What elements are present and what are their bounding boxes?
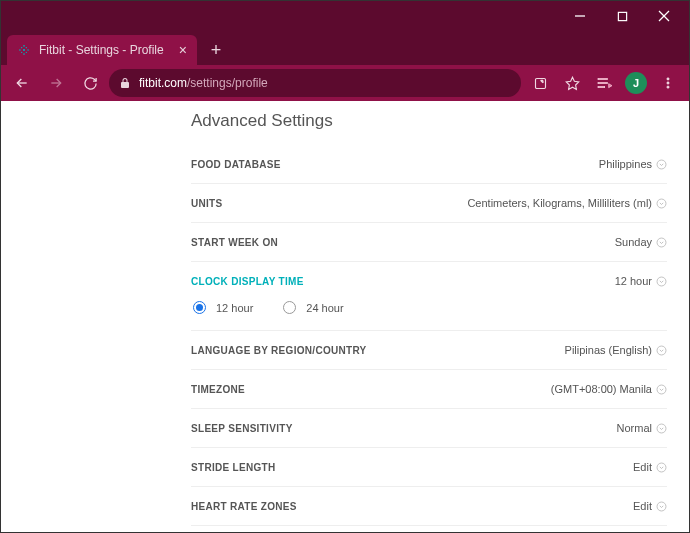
svg-point-19 <box>667 82 669 84</box>
svg-point-18 <box>667 78 669 80</box>
chevron-down-icon <box>656 423 667 434</box>
row-value: Edit <box>633 500 667 512</box>
svg-point-29 <box>657 502 666 511</box>
row-timezone[interactable]: TIMEZONE (GMT+08:00) Manila <box>191 370 667 409</box>
svg-point-6 <box>23 49 25 51</box>
browser-toolbar: fitbit.com/settings/profile J <box>1 65 689 101</box>
address-bar[interactable]: fitbit.com/settings/profile <box>109 69 521 97</box>
radio-dot-icon <box>283 301 296 314</box>
url-text: fitbit.com/settings/profile <box>139 76 268 90</box>
menu-icon[interactable] <box>653 68 683 98</box>
back-button[interactable] <box>7 68 37 98</box>
row-label: HEART RATE ZONES <box>191 501 297 512</box>
row-heart-rate-zones[interactable]: HEART RATE ZONES Edit <box>191 487 667 526</box>
radio-24-hour[interactable]: 24 hour <box>283 301 343 314</box>
svg-point-4 <box>19 49 21 51</box>
chevron-down-icon <box>656 198 667 209</box>
row-clock-display[interactable]: CLOCK DISPLAY TIME 12 hour 12 hour 24 ho… <box>191 262 667 331</box>
tab-close-icon[interactable]: × <box>179 42 187 58</box>
row-value: Pilipinas (English) <box>565 344 667 356</box>
chevron-down-icon <box>656 276 667 287</box>
row-label: LANGUAGE BY REGION/COUNTRY <box>191 345 367 356</box>
fitbit-favicon-icon <box>17 43 31 57</box>
svg-rect-15 <box>598 82 607 83</box>
svg-point-8 <box>27 49 29 51</box>
svg-point-22 <box>657 199 666 208</box>
row-value: Normal <box>617 422 667 434</box>
row-food-database[interactable]: FOOD DATABASE Philippines <box>191 145 667 184</box>
svg-point-28 <box>657 463 666 472</box>
radio-12-hour[interactable]: 12 hour <box>193 301 253 314</box>
row-label: SLEEP SENSITIVITY <box>191 423 293 434</box>
svg-rect-16 <box>598 86 605 87</box>
window-titlebar <box>1 1 689 31</box>
profile-avatar[interactable]: J <box>621 68 651 98</box>
row-label: START WEEK ON <box>191 237 278 248</box>
chevron-down-icon <box>656 501 667 512</box>
row-value: Edit <box>633 461 667 473</box>
window-minimize-button[interactable] <box>559 1 601 31</box>
bookmark-icon[interactable] <box>557 68 587 98</box>
row-value: Sunday <box>615 236 667 248</box>
row-label: FOOD DATABASE <box>191 159 281 170</box>
chevron-down-icon <box>656 159 667 170</box>
svg-point-20 <box>667 86 669 88</box>
row-label: TIMEZONE <box>191 384 245 395</box>
browser-tab-strip: Fitbit - Settings - Profile × + <box>1 31 689 65</box>
page-title: Advanced Settings <box>191 111 667 131</box>
chevron-down-icon <box>656 237 667 248</box>
svg-point-23 <box>657 238 666 247</box>
window-close-button[interactable] <box>643 1 685 31</box>
forward-button[interactable] <box>41 68 71 98</box>
chevron-down-icon <box>656 345 667 356</box>
svg-point-27 <box>657 424 666 433</box>
window-maximize-button[interactable] <box>601 1 643 31</box>
svg-point-11 <box>21 52 22 53</box>
share-icon[interactable] <box>525 68 555 98</box>
new-tab-button[interactable]: + <box>203 37 229 63</box>
row-label: UNITS <box>191 198 223 209</box>
reload-button[interactable] <box>75 68 105 98</box>
svg-point-21 <box>657 160 666 169</box>
radio-dot-icon <box>193 301 206 314</box>
row-stride-length[interactable]: STRIDE LENGTH Edit <box>191 448 667 487</box>
chevron-down-icon <box>656 462 667 473</box>
form-footer: Delete Account Submit <box>191 526 667 532</box>
tab-title: Fitbit - Settings - Profile <box>39 43 164 57</box>
row-sleep-sensitivity[interactable]: SLEEP SENSITIVITY Normal <box>191 409 667 448</box>
row-value: (GMT+08:00) Manila <box>551 383 667 395</box>
row-value: Centimeters, Kilograms, Milliliters (ml) <box>467 197 667 209</box>
svg-point-7 <box>23 53 25 55</box>
chevron-down-icon <box>656 384 667 395</box>
svg-marker-17 <box>609 84 612 88</box>
svg-point-5 <box>23 45 25 47</box>
clock-radio-group: 12 hour 24 hour <box>191 301 667 314</box>
lock-icon <box>119 77 131 89</box>
row-label: STRIDE LENGTH <box>191 462 275 473</box>
svg-point-25 <box>657 346 666 355</box>
svg-point-10 <box>26 47 27 48</box>
row-language[interactable]: LANGUAGE BY REGION/COUNTRY Pilipinas (En… <box>191 331 667 370</box>
svg-rect-14 <box>598 78 607 79</box>
svg-point-26 <box>657 385 666 394</box>
row-units[interactable]: UNITS Centimeters, Kilograms, Milliliter… <box>191 184 667 223</box>
page-content: Advanced Settings FOOD DATABASE Philippi… <box>1 101 689 532</box>
row-value: 12 hour <box>615 275 667 287</box>
row-value: Philippines <box>599 158 667 170</box>
svg-point-24 <box>657 277 666 286</box>
svg-point-9 <box>21 47 22 48</box>
svg-rect-1 <box>618 12 626 20</box>
row-label: CLOCK DISPLAY TIME <box>191 276 304 287</box>
reading-list-icon[interactable] <box>589 68 619 98</box>
row-start-week[interactable]: START WEEK ON Sunday <box>191 223 667 262</box>
browser-tab-active[interactable]: Fitbit - Settings - Profile × <box>7 35 197 65</box>
svg-point-12 <box>26 52 27 53</box>
